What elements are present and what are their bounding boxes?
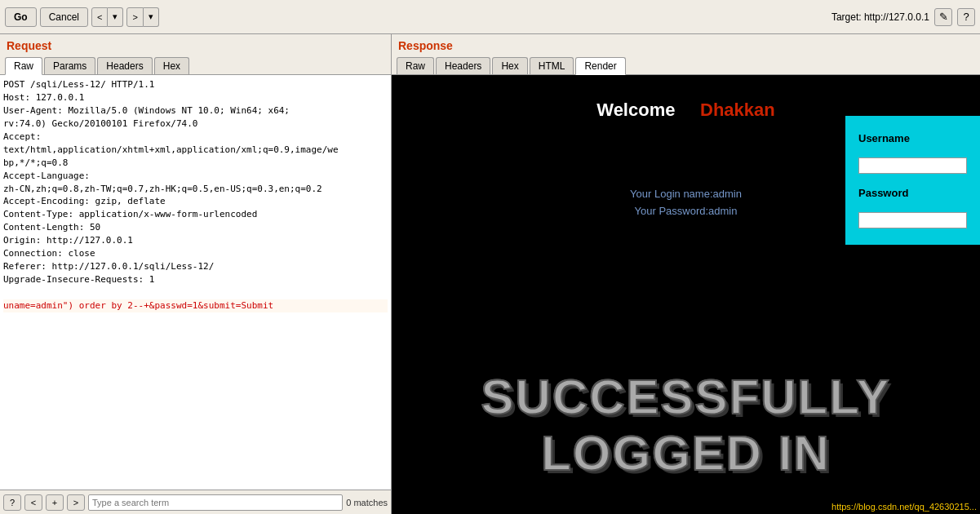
request-upgrade: Upgrade-Insecure-Requests: 1: [3, 273, 388, 286]
help-button[interactable]: ?: [957, 8, 975, 26]
tab-raw[interactable]: Raw: [5, 57, 42, 75]
cancel-button[interactable]: Cancel: [40, 7, 88, 27]
back-button[interactable]: <: [91, 7, 108, 27]
edit-target-button[interactable]: ✎: [934, 8, 952, 26]
request-panel: Request Raw Params Headers Hex POST /sql…: [0, 34, 392, 514]
password-field[interactable]: [858, 212, 967, 228]
response-render-area: Welcome Dhakkan Your Login name:admin Yo…: [392, 75, 980, 514]
forward-dropdown[interactable]: ▾: [144, 7, 159, 27]
request-body[interactable]: POST /sqli/Less-12/ HTTP/1.1 Host: 127.0…: [0, 75, 391, 490]
success-line1: SUCCESSFULLY: [392, 369, 980, 425]
tab-response-render[interactable]: Render: [575, 57, 625, 75]
response-panel: Response Raw Headers Hex HTML Render Wel…: [392, 34, 980, 514]
back-nav-group: < ▾: [91, 7, 123, 27]
forward-button[interactable]: >: [126, 7, 143, 27]
password-label: Password: [858, 187, 967, 199]
go-button[interactable]: Go: [5, 7, 37, 27]
request-useragent: User-Agent: Mozilla/5.0 (Windows NT 10.0…: [3, 104, 388, 117]
welcome-name: Dhakkan: [700, 100, 775, 120]
request-content-type: Content-Type: application/x-www-form-url…: [3, 208, 388, 221]
username-field[interactable]: [858, 157, 967, 174]
tab-hex[interactable]: Hex: [154, 57, 189, 74]
request-accept-value2: bp,*/*;q=0.8: [3, 157, 388, 170]
response-tabs: Raw Headers Hex HTML Render: [392, 55, 980, 75]
request-host: Host: 127.0.0.1: [3, 91, 388, 104]
prev-match-button[interactable]: <: [24, 494, 42, 511]
request-origin: Origin: http://127.0.0.1: [3, 234, 388, 247]
request-content-length: Content-Length: 50: [3, 221, 388, 234]
request-payload: uname=admin") order by 2--+&passwd=1&sub…: [3, 299, 388, 312]
success-area: SUCCESSFULLY LOGGED IN: [392, 369, 980, 481]
request-accept-value: text/html,application/xhtml+xml,applicat…: [3, 144, 388, 157]
tab-params[interactable]: Params: [44, 57, 95, 74]
tab-response-hex[interactable]: Hex: [492, 57, 527, 74]
request-connection: Connection: close: [3, 247, 388, 260]
question-button[interactable]: ?: [3, 494, 21, 511]
request-encoding: Accept-Encoding: gzip, deflate: [3, 195, 388, 208]
request-tabs: Raw Params Headers Hex: [0, 55, 391, 75]
bottom-bar: ? < + > 0 matches: [0, 490, 391, 514]
request-title: Request: [0, 34, 391, 55]
response-title: Response: [392, 34, 980, 55]
request-blank: [3, 286, 388, 299]
forward-nav-group: > ▾: [126, 7, 158, 27]
add-button[interactable]: +: [46, 494, 64, 511]
tab-response-html[interactable]: HTML: [530, 57, 574, 74]
target-area: Target: http://127.0.0.1 ✎ ?: [831, 8, 975, 26]
main-content: Request Raw Params Headers Hex POST /sql…: [0, 34, 980, 514]
welcome-text: Welcome: [596, 100, 675, 120]
request-acceptlang-value: zh-CN,zh;q=0.8,zh-TW;q=0.7,zh-HK;q=0.5,e…: [3, 183, 388, 196]
watermark: https://blog.csdn.net/qq_42630215...: [828, 501, 980, 512]
target-label: Target: http://127.0.0.1: [831, 11, 929, 23]
username-label: Username: [858, 132, 967, 144]
request-acceptlang-label: Accept-Language:: [3, 170, 388, 183]
tab-headers[interactable]: Headers: [97, 57, 152, 74]
toolbar: Go Cancel < ▾ > ▾ Target: http://127.0.0…: [0, 0, 980, 34]
back-dropdown[interactable]: ▾: [108, 7, 123, 27]
request-rv: rv:74.0) Gecko/20100101 Firefox/74.0: [3, 117, 388, 131]
request-line: POST /sqli/Less-12/ HTTP/1.1: [3, 78, 388, 91]
success-line2: LOGGED IN: [392, 425, 980, 481]
search-input[interactable]: [88, 494, 343, 511]
login-box: Username Password: [845, 116, 980, 245]
request-accept-label: Accept:: [3, 131, 388, 144]
tab-response-raw[interactable]: Raw: [397, 57, 434, 74]
match-count: 0 matches: [346, 498, 388, 507]
next-match-button[interactable]: >: [67, 494, 85, 511]
welcome-area: Welcome Dhakkan: [392, 75, 980, 121]
tab-response-headers[interactable]: Headers: [436, 57, 490, 74]
request-referer: Referer: http://127.0.0.1/sqli/Less-12/: [3, 260, 388, 273]
